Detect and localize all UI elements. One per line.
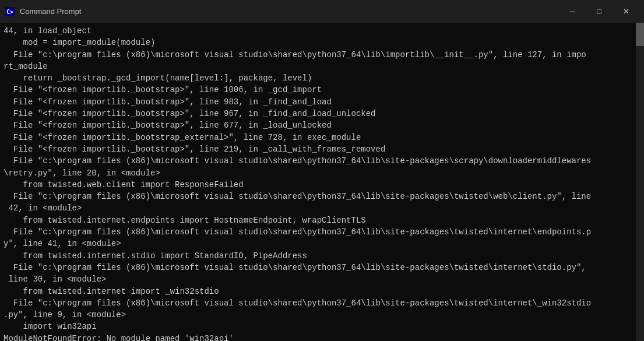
terminal-body[interactable]: 44, in load_object mod = import_module(m… [0, 23, 644, 341]
title-bar: C> Command Prompt ─ □ ✕ [0, 0, 644, 23]
minimize-button[interactable]: ─ [559, 0, 586, 23]
window-controls: ─ □ ✕ [559, 0, 639, 23]
terminal-output: 44, in load_object mod = import_module(m… [3, 25, 641, 341]
svg-text:C>: C> [6, 9, 13, 15]
app-icon: C> [5, 6, 15, 17]
window-title: Command Prompt [20, 7, 559, 16]
scrollbar-thumb[interactable] [636, 23, 644, 46]
maximize-button[interactable]: □ [586, 0, 613, 23]
command-prompt-window: C> Command Prompt ─ □ ✕ 44, in load_obje… [0, 0, 644, 341]
close-button[interactable]: ✕ [613, 0, 639, 23]
scrollbar[interactable] [636, 23, 644, 341]
